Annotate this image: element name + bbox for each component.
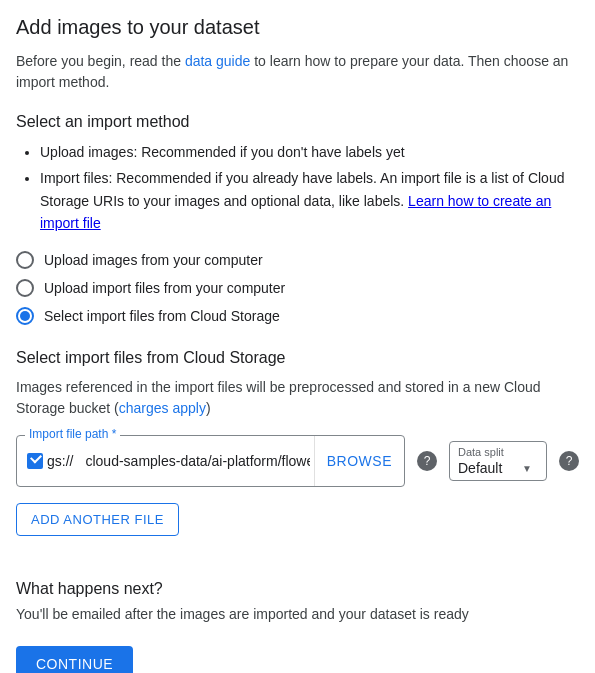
import-help-icon[interactable]: ? (417, 451, 437, 471)
file-path-input[interactable] (81, 453, 313, 469)
charges-apply-link[interactable]: charges apply (119, 400, 206, 416)
select-method-title: Select an import method (16, 113, 579, 131)
help-icon-symbol: ? (424, 454, 431, 468)
browse-button[interactable]: BROWSE (314, 436, 404, 486)
description-after: ) (206, 400, 211, 416)
add-another-file-button[interactable]: ADD ANOTHER FILE (16, 503, 179, 536)
data-split-label: Data split (458, 446, 538, 458)
data-split-select-wrapper: Default Manual Auto ▼ (458, 460, 538, 476)
data-split-field: Data split Default Manual Auto ▼ (449, 441, 547, 481)
data-guide-link[interactable]: data guide (185, 53, 250, 69)
data-split-help-icon[interactable]: ? (559, 451, 579, 471)
page-title: Add images to your dataset (16, 16, 579, 39)
radio-group: Upload images from your computer Upload … (16, 251, 579, 325)
bullet-upload-desc: : Recommended if you don't have labels y… (133, 144, 404, 160)
radio-option-cloud-storage[interactable]: Select import files from Cloud Storage (16, 307, 579, 325)
import-file-group: Import file path * gs:// BROWSE (16, 435, 405, 487)
radio-option-upload-images[interactable]: Upload images from your computer (16, 251, 579, 269)
intro-text: Before you begin, read the data guide to… (16, 51, 579, 93)
radio-cloud-storage-label: Select import files from Cloud Storage (44, 308, 280, 324)
intro-before-link: Before you begin, read the (16, 53, 185, 69)
radio-upload-import-label: Upload import files from your computer (44, 280, 285, 296)
bullet-import-label: Import files (40, 170, 108, 186)
import-file-label: Import file path * (25, 427, 120, 441)
radio-upload-import[interactable] (16, 279, 34, 297)
gs-prefix: gs:// (47, 453, 73, 469)
cloud-storage-title: Select import files from Cloud Storage (16, 349, 579, 367)
bullet-upload-label: Upload images (40, 144, 133, 160)
description-before: Images referenced in the import files wi… (16, 379, 541, 416)
radio-upload-images-label: Upload images from your computer (44, 252, 263, 268)
data-split-help-symbol: ? (566, 454, 573, 468)
radio-option-upload-import[interactable]: Upload import files from your computer (16, 279, 579, 297)
data-split-select[interactable]: Default Manual Auto (458, 460, 538, 476)
bullet-import-files: Import files: Recommended if you already… (40, 167, 579, 234)
radio-upload-images[interactable] (16, 251, 34, 269)
continue-button[interactable]: CONTINUE (16, 646, 133, 673)
cloud-storage-section: Select import files from Cloud Storage I… (16, 349, 579, 560)
what-next-title: What happens next? (16, 580, 579, 598)
radio-cloud-storage[interactable] (16, 307, 34, 325)
gs-checkbox[interactable] (27, 453, 43, 469)
method-bullets: Upload images: Recommended if you don't … (16, 141, 579, 235)
checkbox-gs-wrapper: gs:// (17, 453, 81, 469)
import-file-row: Import file path * gs:// BROWSE ? Data s… (16, 435, 579, 487)
what-next-description: You'll be emailed after the images are i… (16, 606, 579, 622)
cloud-storage-description: Images referenced in the import files wi… (16, 377, 579, 419)
bullet-upload-images: Upload images: Recommended if you don't … (40, 141, 579, 163)
